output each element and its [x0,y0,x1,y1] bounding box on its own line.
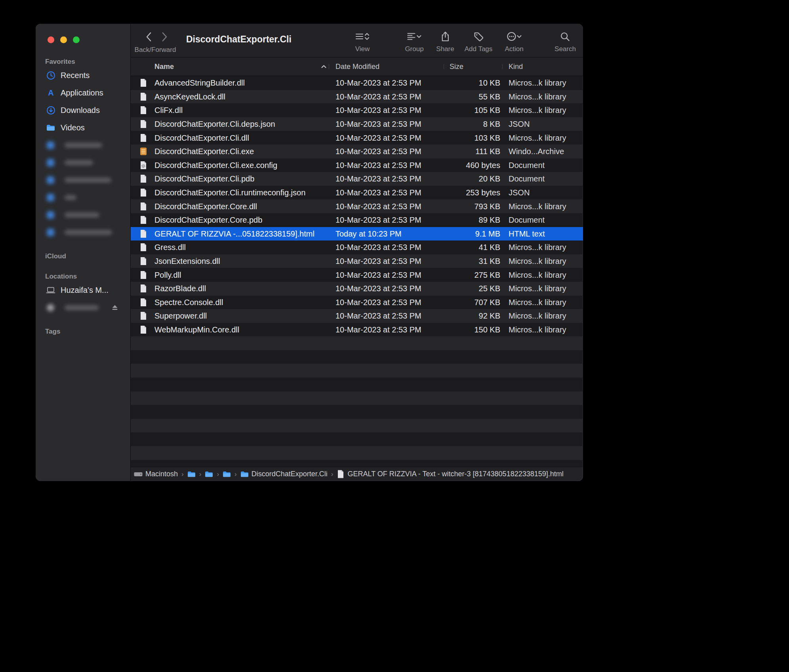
blurred-icon [47,141,54,149]
table-row[interactable]: DiscordChatExporter.Core.pdb 10-Mar-2023… [131,213,583,227]
sidebar-item-blurred[interactable] [36,299,130,316]
path-bar: Macintosh››››DiscordChatExporter.Cli›GER… [131,467,583,481]
table-row[interactable]: AsyncKeyedLock.dll 10-Mar-2023 at 2:53 P… [131,90,583,104]
sidebar-item-this-mac[interactable]: Huzaifa’s M... [36,281,130,299]
table-row[interactable]: Polly.dll 10-Mar-2023 at 2:53 PM 275 KB … [131,268,583,282]
exe-icon [139,147,147,156]
minimize-button[interactable] [60,36,67,43]
sidebar-item-blurred[interactable] [36,136,130,154]
document-icon [139,243,147,252]
file-size: 103 KB [436,133,500,142]
file-size: 10 KB [436,78,500,88]
blurred-label [65,305,99,310]
file-size: 275 KB [436,270,500,279]
back-button[interactable] [146,32,152,42]
file-kind: Micros...k library [509,270,581,279]
file-size: 105 KB [436,106,500,115]
table-row[interactable]: DiscordChatExporter.Cli.deps.json 10-Mar… [131,117,583,131]
file-size: 9.1 MB [436,229,500,238]
table-row[interactable]: RazorBlade.dll 10-Mar-2023 at 2:53 PM 25… [131,282,583,296]
table-row[interactable]: Spectre.Console.dll 10-Mar-2023 at 2:53 … [131,296,583,309]
file-size: 253 bytes [436,188,500,197]
share-button[interactable]: Share [436,30,454,53]
file-date-modified: Today at 10:23 PM [335,229,402,238]
file-kind: Micros...k library [509,257,581,266]
close-button[interactable] [48,36,54,43]
blurred-label [65,195,76,200]
table-row[interactable]: DiscordChatExporter.Cli.dll 10-Mar-2023 … [131,131,583,145]
document-icon [139,120,147,129]
column-header-size[interactable]: Size [450,63,463,71]
sidebar-item-videos[interactable]: Videos [36,119,130,136]
blurred-icon [47,229,54,236]
file-date-modified: 10-Mar-2023 at 2:53 PM [335,325,421,334]
window-title: DiscordChatExporter.Cli [186,33,292,45]
sidebar-item-blurred[interactable] [36,189,130,206]
sidebar-item-blurred[interactable] [36,171,130,189]
table-row[interactable]: DiscordChatExporter.Core.dll 10-Mar-2023… [131,199,583,213]
sidebar-item-blurred[interactable] [36,154,130,171]
file-size: 460 bytes [436,160,500,170]
file-name: DiscordChatExporter.Cli.exe [154,147,254,156]
column-header-kind[interactable]: Kind [509,63,523,71]
file-kind: Windo...Archive [509,147,581,156]
blurred-icon [47,304,54,311]
table-row[interactable]: GERALT OF RIZZVIA -...051822338159].html… [131,227,583,241]
empty-row [131,336,583,350]
sidebar-item-blurred[interactable] [36,206,130,223]
table-row[interactable]: WebMarkupMin.Core.dll 10-Mar-2023 at 2:5… [131,323,583,337]
file-size: 41 KB [436,243,500,252]
pathbar-item[interactable] [223,471,231,477]
folder-icon [205,471,213,477]
eject-icon[interactable] [111,305,118,311]
empty-row [131,378,583,391]
pathbar-item-label: GERALT OF RIZZVIA - Text - witcher-3 [81… [347,470,563,478]
back-forward-label: Back/Forward [131,46,180,54]
pathbar-item[interactable] [205,471,213,477]
forward-button[interactable] [162,32,168,42]
document-icon [139,257,147,266]
view-button[interactable]: View [355,30,370,53]
group-button[interactable]: Group [405,30,423,53]
zoom-button[interactable] [73,36,80,43]
table-row[interactable]: AdvancedStringBuilder.dll 10-Mar-2023 at… [131,76,583,90]
svg-text:A: A [48,88,53,97]
file-name: Spectre.Console.dll [154,298,223,307]
column-header-date-modified[interactable]: Date Modified [335,63,379,71]
table-row[interactable]: JsonExtensions.dll 10-Mar-2023 at 2:53 P… [131,254,583,268]
pathbar-item[interactable]: DiscordChatExporter.Cli [240,470,328,478]
document-icon [139,325,147,334]
document-icon [139,133,147,142]
search-icon [560,30,570,43]
blurred-label [65,230,112,235]
table-row[interactable]: Superpower.dll 10-Mar-2023 at 2:53 PM 92… [131,309,583,323]
pathbar-item[interactable]: Macintosh [134,470,178,478]
table-row[interactable]: DiscordChatExporter.Cli.runtimeconfig.js… [131,186,583,200]
finder-window: Favorites Recents A Applications Downloa… [36,24,583,481]
action-button[interactable]: Action [505,30,523,53]
sidebar-item-applications[interactable]: A Applications [36,84,130,101]
pathbar-item[interactable] [187,471,196,477]
search-button[interactable]: Search [555,30,576,53]
sidebar-item-recents[interactable]: Recents [36,67,130,84]
empty-row [131,364,583,378]
recents-icon [46,71,55,80]
table-row[interactable]: DiscordChatExporter.Cli.pdb 10-Mar-2023 … [131,172,583,186]
blurred-icon [47,194,54,201]
column-divider [329,64,329,69]
table-row[interactable]: DiscordChatExporter.Cli.exe 10-Mar-2023 … [131,145,583,158]
file-size: 150 KB [436,325,500,334]
chevron-right-separator: › [234,470,237,478]
pathbar-item[interactable]: GERALT OF RIZZVIA - Text - witcher-3 [81… [337,470,563,479]
column-header-name[interactable]: Name [154,63,174,71]
table-row[interactable]: DiscordChatExporter.Cli.exe.config 10-Ma… [131,158,583,172]
window-controls [48,36,80,43]
table-row[interactable]: Gress.dll 10-Mar-2023 at 2:53 PM 41 KB M… [131,241,583,254]
table-row[interactable]: CliFx.dll 10-Mar-2023 at 2:53 PM 105 KB … [131,103,583,117]
sidebar-item-downloads[interactable]: Downloads [36,101,130,119]
sidebar-item-blurred[interactable] [36,223,130,241]
add-tags-button[interactable]: Add Tags [465,30,493,53]
empty-row [131,419,583,433]
file-name: DiscordChatExporter.Cli.deps.json [154,120,275,129]
folder-icon [46,123,55,132]
